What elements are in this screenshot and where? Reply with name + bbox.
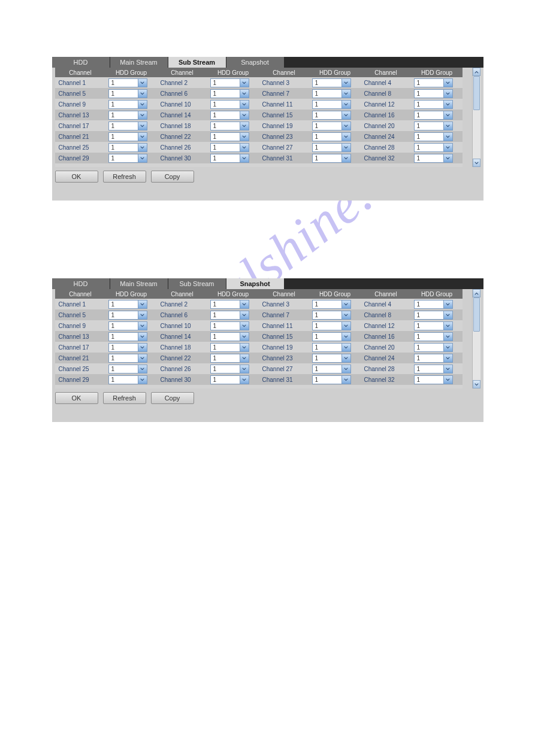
hdd-group-select[interactable]: 1 — [210, 111, 249, 120]
tab-sub[interactable]: Sub Stream — [168, 57, 226, 68]
tab-main[interactable]: Main Stream — [110, 278, 168, 289]
channel-cell: Channel 26 — [157, 142, 208, 153]
hdd-group-select[interactable]: 1 — [414, 78, 453, 87]
scrollbar[interactable] — [472, 289, 480, 388]
hdd-group-select[interactable]: 1 — [312, 78, 351, 87]
hdd-group-select[interactable]: 1 — [108, 143, 147, 152]
hdd-group-select[interactable]: 1 — [414, 111, 453, 120]
scroll-down-button[interactable] — [473, 380, 480, 388]
hdd-group-select[interactable]: 1 — [312, 154, 351, 163]
refresh-button[interactable]: Refresh — [103, 171, 146, 183]
hdd-group-select[interactable]: 1 — [210, 122, 249, 130]
hdd-group-select[interactable]: 1 — [108, 321, 147, 330]
hdd-group-select[interactable]: 1 — [210, 78, 249, 87]
header-channel: Channel — [55, 289, 106, 299]
hdd-group-select[interactable]: 1 — [414, 89, 453, 98]
hdd-group-select[interactable]: 1 — [312, 321, 351, 330]
scroll-track[interactable] — [473, 297, 480, 380]
header-channel: Channel — [361, 289, 412, 299]
hdd-group-select[interactable]: 1 — [108, 332, 147, 341]
hdd-group-select[interactable]: 1 — [210, 311, 249, 320]
ok-button[interactable]: OK — [55, 392, 98, 404]
hdd-group-select[interactable]: 1 — [108, 311, 147, 320]
select-value: 1 — [211, 366, 240, 372]
scroll-track[interactable] — [473, 76, 480, 159]
hdd-group-select[interactable]: 1 — [210, 154, 249, 163]
refresh-button[interactable]: Refresh — [103, 392, 146, 404]
hdd-group-select[interactable]: 1 — [210, 132, 249, 141]
tab-snap[interactable]: Snapshot — [226, 278, 285, 289]
hdd-group-select[interactable]: 1 — [312, 311, 351, 320]
hdd-group-select[interactable]: 1 — [414, 143, 453, 152]
tab-snap[interactable]: Snapshot — [226, 57, 285, 68]
hdd-group-select[interactable]: 1 — [108, 111, 147, 120]
hdd-group-select[interactable]: 1 — [108, 375, 147, 384]
hdd-group-select[interactable]: 1 — [414, 154, 453, 163]
header-channel: Channel — [259, 289, 310, 299]
hdd-group-select[interactable]: 1 — [108, 365, 147, 374]
tab-main[interactable]: Main Stream — [110, 57, 168, 68]
select-value: 1 — [109, 366, 138, 372]
hdd-group-select[interactable]: 1 — [210, 343, 249, 352]
hdd-group-select[interactable]: 1 — [108, 132, 147, 141]
hdd-group-select[interactable]: 1 — [414, 321, 453, 330]
hdd-group-select[interactable]: 1 — [108, 354, 147, 363]
scrollbar[interactable] — [472, 68, 480, 167]
copy-button[interactable]: Copy — [151, 392, 194, 404]
scroll-thumb[interactable] — [473, 76, 480, 110]
tab-hdd[interactable]: HDD — [52, 278, 110, 289]
channel-cell: Channel 1 — [55, 299, 106, 309]
hdd-group-select[interactable]: 1 — [414, 365, 453, 374]
scroll-down-button[interactable] — [473, 159, 480, 167]
copy-button[interactable]: Copy — [151, 171, 194, 183]
hdd-group-select[interactable]: 1 — [210, 365, 249, 374]
hdd-group-select[interactable]: 1 — [414, 100, 453, 109]
hdd-group-select[interactable]: 1 — [312, 132, 351, 141]
hdd-group-select[interactable]: 1 — [312, 354, 351, 363]
channel-cell: Channel 31 — [259, 153, 310, 163]
hdd-group-select[interactable]: 1 — [108, 100, 147, 109]
hdd-group-select[interactable]: 1 — [312, 143, 351, 152]
hdd-group-select[interactable]: 1 — [414, 300, 453, 309]
hdd-group-select[interactable]: 1 — [108, 78, 147, 87]
select-value: 1 — [415, 366, 443, 372]
tab-sub[interactable]: Sub Stream — [168, 278, 226, 289]
channel-label: Channel 29 — [59, 377, 89, 383]
hdd-group-select[interactable]: 1 — [210, 321, 249, 330]
ok-button[interactable]: OK — [55, 171, 98, 183]
scroll-up-button[interactable] — [473, 289, 480, 297]
hdd-group-select[interactable]: 1 — [108, 343, 147, 352]
hdd-group-select[interactable]: 1 — [414, 311, 453, 320]
hdd-group-select[interactable]: 1 — [414, 122, 453, 130]
hdd-group-select[interactable]: 1 — [312, 111, 351, 120]
hdd-group-select[interactable]: 1 — [414, 354, 453, 363]
hdd-group-select[interactable]: 1 — [414, 343, 453, 352]
hdd-group-select[interactable]: 1 — [312, 89, 351, 98]
hdd-group-select[interactable]: 1 — [210, 89, 249, 98]
hdd-group-select[interactable]: 1 — [312, 300, 351, 309]
hdd-group-select[interactable]: 1 — [312, 375, 351, 384]
channel-cell: Channel 27 — [259, 142, 310, 153]
hdd-group-select[interactable]: 1 — [414, 332, 453, 341]
hdd-group-select[interactable]: 1 — [210, 354, 249, 363]
hdd-group-select[interactable]: 1 — [108, 154, 147, 163]
hdd-group-select[interactable]: 1 — [108, 300, 147, 309]
hdd-group-select[interactable]: 1 — [312, 100, 351, 109]
tab-hdd[interactable]: HDD — [52, 57, 110, 68]
hdd-group-select[interactable]: 1 — [414, 375, 453, 384]
scroll-up-button[interactable] — [473, 68, 480, 76]
chevron-down-icon — [138, 79, 147, 87]
hdd-group-select[interactable]: 1 — [414, 132, 453, 141]
hdd-group-select[interactable]: 1 — [210, 300, 249, 309]
scroll-thumb[interactable] — [473, 297, 480, 332]
hdd-group-select[interactable]: 1 — [312, 365, 351, 374]
hdd-group-select[interactable]: 1 — [210, 375, 249, 384]
hdd-group-select[interactable]: 1 — [312, 122, 351, 130]
hdd-group-select[interactable]: 1 — [210, 143, 249, 152]
hdd-group-select[interactable]: 1 — [108, 122, 147, 130]
hdd-group-select[interactable]: 1 — [210, 332, 249, 341]
hdd-group-select[interactable]: 1 — [312, 332, 351, 341]
hdd-group-select[interactable]: 1 — [312, 343, 351, 352]
hdd-group-select[interactable]: 1 — [210, 100, 249, 109]
hdd-group-select[interactable]: 1 — [108, 89, 147, 98]
